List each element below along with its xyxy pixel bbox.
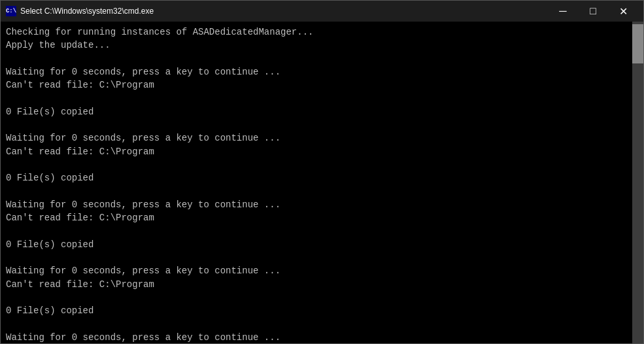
window-controls: ─ □ ✕ (548, 1, 638, 22)
terminal-output[interactable]: Checking for running instances of ASADed… (1, 22, 632, 343)
app-icon: C:\ (6, 6, 16, 16)
window-title: Select C:\Windows\system32\cmd.exe (20, 7, 548, 16)
scrollbar[interactable] (632, 22, 643, 343)
scrollbar-thumb[interactable] (632, 24, 643, 63)
maximize-button[interactable]: □ (578, 1, 608, 22)
minimize-button[interactable]: ─ (548, 1, 578, 22)
close-button[interactable]: ✕ (608, 1, 638, 22)
cmd-window: C:\ Select C:\Windows\system32\cmd.exe ─… (0, 0, 644, 344)
title-bar: C:\ Select C:\Windows\system32\cmd.exe ─… (1, 1, 643, 22)
content-area: Checking for running instances of ASADed… (1, 22, 643, 343)
